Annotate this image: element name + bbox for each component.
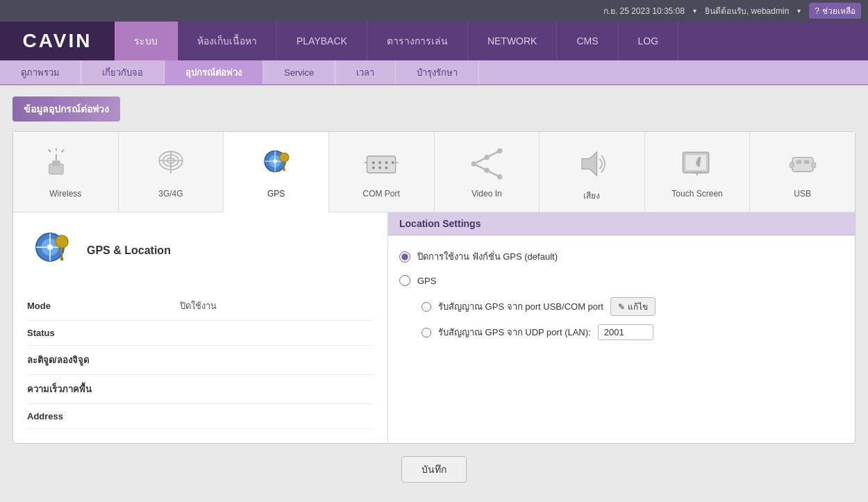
gps-icon — [257, 144, 296, 183]
gps-label: GPS — [267, 189, 285, 199]
info-row-status: Status — [27, 321, 374, 346]
edit-button[interactable]: ✎ แก้ไข — [610, 297, 656, 316]
svg-rect-44 — [796, 160, 801, 164]
svg-point-33 — [471, 161, 476, 166]
video-in-icon — [467, 144, 506, 183]
nav-item-log[interactable]: LOG — [619, 22, 679, 60]
svg-marker-38 — [582, 152, 596, 176]
top-bar: ก.ย. 25 2023 10:35:08 ▾ ยินดีต้อนรับ, we… — [0, 0, 868, 22]
save-area: บันทึก — [12, 444, 856, 495]
svg-point-34 — [484, 155, 489, 160]
3g4g-icon — [151, 144, 190, 183]
info-row-mode: Mode ปิดใช้งาน — [27, 292, 374, 321]
right-panel: Location Settings ปิดการใช้งาน ฟังก์ชั่น… — [388, 212, 855, 443]
logo: CAVIN — [22, 30, 92, 52]
gps-header: GPS & Location — [27, 226, 374, 275]
datetime-dropdown-icon[interactable]: ▾ — [693, 7, 696, 15]
radio-row-gps: GPS — [399, 275, 844, 286]
nav-item-system[interactable]: ระบบ — [115, 22, 178, 60]
com-port-label: COM Port — [363, 189, 400, 199]
device-icons-row: Wireless 3G/4G — [13, 132, 855, 212]
svg-point-22 — [385, 161, 388, 164]
nav-item-cms[interactable]: CMS — [557, 22, 618, 60]
udp-port-input[interactable] — [598, 324, 653, 340]
gps-title: GPS & Location — [87, 244, 171, 257]
sub-radio-row-usb: รับสัญญาณ GPS จาก port USB/COM port ✎ แก… — [399, 297, 844, 316]
location-settings-title: Location Settings — [388, 212, 855, 235]
radio-gps-usb[interactable] — [422, 302, 431, 312]
svg-point-52 — [47, 244, 53, 250]
sub-radio-row-udp: รับสัญญาณ GPS จาก UDP port (LAN): — [399, 324, 844, 340]
nav-item-network[interactable]: NETWORK — [468, 22, 558, 60]
nav-item-playback[interactable]: PLAYBACK — [277, 22, 367, 60]
radio-gps-udp-label: รับสัญญาณ GPS จาก UDP port (LAN): — [438, 325, 591, 340]
touch-screen-icon — [678, 144, 717, 183]
subnav-overview[interactable]: ดูภาพรวม — [0, 60, 81, 84]
usb-icon — [783, 144, 822, 183]
device-video-in[interactable]: Video In — [435, 132, 540, 212]
edit-icon: ✎ — [618, 302, 625, 312]
device-usb[interactable]: USB — [750, 132, 855, 212]
left-panel: GPS & Location Mode ปิดใช้งาน Status ละต… — [13, 212, 388, 443]
svg-point-25 — [378, 167, 381, 169]
radio-disable-gps[interactable] — [399, 251, 410, 262]
radio-gps-usb-label: รับสัญญาณ GPS จาก port USB/COM port — [438, 299, 603, 314]
info-row-speed: ความเร็วภาคพื้น — [27, 375, 374, 404]
location-settings-body: ปิดการใช้งาน ฟังก์ชั่น GPS (default) GPS… — [388, 235, 855, 362]
device-wireless[interactable]: Wireless — [13, 132, 119, 212]
svg-rect-47 — [812, 162, 816, 167]
svg-point-26 — [385, 167, 388, 169]
subnav-time[interactable]: เวลา — [335, 60, 396, 84]
help-button[interactable]: ? ช่วยเหลือ — [809, 3, 861, 19]
help-icon: ? — [815, 6, 819, 16]
speed-label: ความเร็วภาคพื้น — [27, 382, 180, 396]
video-in-label: Video In — [471, 189, 502, 199]
svg-rect-40 — [685, 155, 706, 170]
svg-line-3 — [49, 149, 51, 152]
device-panel: Wireless 3G/4G — [12, 131, 856, 444]
device-touch-screen[interactable]: Touch Screen — [645, 132, 751, 212]
radio-disable-label: ปิดการใช้งาน ฟังก์ชั่น GPS (default) — [417, 249, 558, 264]
3g4g-label: 3G/4G — [158, 189, 183, 199]
mode-value: ปิดใช้งาน — [180, 299, 217, 313]
nav-item-schedule[interactable]: ตารางการเล่น — [367, 22, 468, 60]
user-dropdown-icon[interactable]: ▾ — [797, 7, 801, 15]
section-title: ข้อมูลอุปกรณ์ต่อพ่วง — [12, 97, 120, 122]
svg-point-20 — [372, 161, 375, 164]
svg-rect-46 — [790, 162, 794, 167]
svg-rect-45 — [804, 160, 809, 164]
gps-icon-large — [27, 226, 76, 275]
audio-label: เสียง — [583, 189, 600, 202]
address-label: Address — [27, 411, 180, 421]
device-3g4g[interactable]: 3G/4G — [119, 132, 224, 212]
device-gps[interactable]: GPS — [224, 132, 329, 212]
svg-point-37 — [497, 174, 502, 179]
device-audio[interactable]: เสียง — [540, 132, 645, 212]
main-nav: ระบบ ห้องเก็บเนื้อหา PLAYBACK ตารางการเล… — [115, 22, 868, 60]
radio-enable-gps[interactable] — [399, 275, 410, 286]
save-button[interactable]: บันทึก — [401, 456, 467, 483]
svg-rect-43 — [792, 158, 813, 172]
user-display: ยินดีต้อนรับ, webadmin — [705, 4, 789, 17]
logo-area: CAVIN — [0, 22, 115, 60]
svg-line-4 — [62, 149, 65, 152]
subnav-service[interactable]: Service — [263, 60, 335, 84]
info-row-latlong: ละติจูด/ลองจิจูด — [27, 346, 374, 375]
radio-gps-udp[interactable] — [422, 328, 431, 337]
svg-point-21 — [378, 161, 381, 164]
svg-rect-19 — [367, 156, 396, 173]
info-row-address: Address — [27, 404, 374, 429]
nav-item-storage[interactable]: ห้องเก็บเนื้อหา — [178, 22, 277, 60]
device-com-port[interactable]: COM Port — [329, 132, 435, 212]
svg-point-16 — [279, 153, 288, 162]
touch-screen-label: Touch Screen — [671, 189, 722, 199]
com-port-icon — [362, 144, 401, 183]
subnav-peripherals[interactable]: อุปกรณ์ต่อพ่วง — [165, 60, 263, 84]
svg-point-24 — [372, 167, 375, 169]
svg-point-18 — [283, 169, 285, 171]
status-label: Status — [27, 328, 180, 338]
subnav-display[interactable]: เกี่ยวกับจอ — [81, 60, 165, 84]
svg-point-55 — [60, 258, 64, 261]
subnav-maintenance[interactable]: ปำรุงรักษา — [396, 60, 479, 84]
device-content-area: GPS & Location Mode ปิดใช้งาน Status ละต… — [13, 212, 855, 443]
